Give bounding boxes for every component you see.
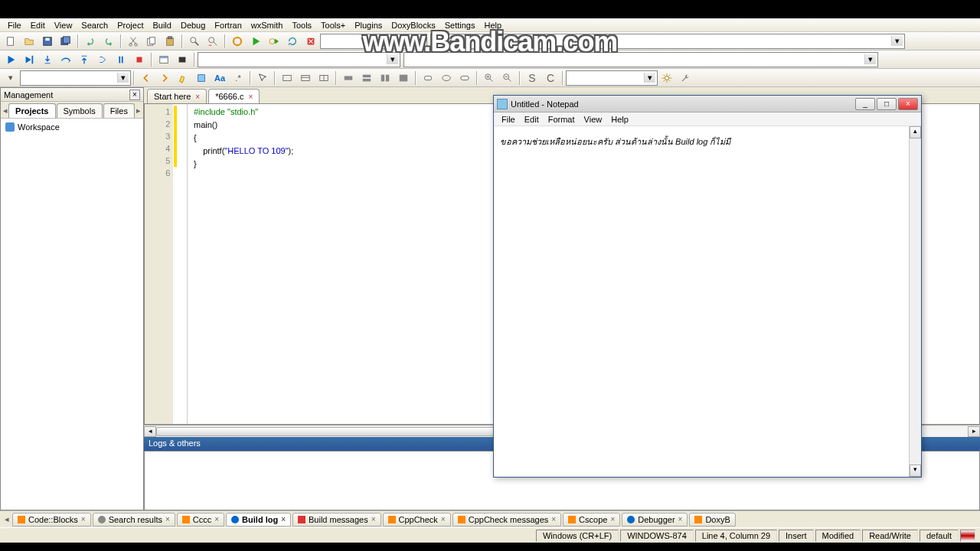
case-icon[interactable]: Aa [211,70,228,86]
tab-scroll-right-icon[interactable]: ▸ [136,105,142,117]
tool-combo[interactable]: ▾ [566,70,658,86]
menu-plugins[interactable]: Plugins [350,19,387,31]
np-menu-help[interactable]: Help [606,113,633,126]
np-menu-file[interactable]: File [497,113,520,126]
np-menu-edit[interactable]: Edit [520,113,544,126]
close-icon[interactable]: × [214,515,219,523]
btab-debugger[interactable]: Debugger× [622,513,688,527]
stop-debug-icon[interactable] [131,52,148,67]
find-icon[interactable] [186,34,203,49]
block3-icon[interactable] [377,70,394,86]
shape1-icon[interactable] [420,70,436,86]
menu-build[interactable]: Build [148,19,175,31]
block4-icon[interactable] [395,70,412,86]
maximize-icon[interactable]: □ [877,98,897,110]
nav-fwd-icon[interactable] [156,70,173,86]
close-icon[interactable]: × [610,515,615,523]
menu-toolsplus[interactable]: Tools+ [316,19,350,31]
menu-tools[interactable]: Tools [287,19,316,31]
menu-file[interactable]: File [3,19,26,31]
btab-cscope[interactable]: Cscope× [563,513,620,527]
wrench-icon[interactable] [677,70,694,86]
np-menu-format[interactable]: Format [544,113,580,126]
tab-6666c[interactable]: *6666.c × [208,89,260,103]
project-tree[interactable]: Workspace [1,119,143,510]
close-icon[interactable]: × [678,515,683,523]
scroll-left-icon[interactable]: ◂ [144,426,156,437]
info-icon[interactable] [174,52,191,67]
next-instr-icon[interactable] [94,52,111,67]
highlight-icon[interactable] [175,70,191,86]
menu-help[interactable]: Help [479,19,506,31]
menu-wxsmith[interactable]: wxSmith [247,19,288,31]
debug-start-icon[interactable] [2,52,19,67]
close-icon[interactable]: × [281,515,286,523]
close-icon[interactable]: × [551,515,556,523]
nav-back-icon[interactable] [138,70,155,86]
c-letter-icon[interactable]: C [542,70,559,86]
np-menu-view[interactable]: View [580,113,607,126]
rect1-icon[interactable] [279,70,296,86]
tab-symbols[interactable]: Symbols [57,103,103,118]
zoom-out-icon[interactable] [499,70,516,86]
close-icon[interactable]: × [371,515,376,523]
close-icon[interactable]: × [81,515,86,523]
regex-icon[interactable]: .* [230,70,247,86]
shape2-icon[interactable] [438,70,455,86]
scroll-up-icon[interactable]: ▴ [910,126,921,139]
tab-start-here[interactable]: Start here × [147,89,207,103]
btab-buildmsg[interactable]: Build messages× [292,513,381,527]
lang-flag-icon[interactable] [960,530,975,542]
gear-icon[interactable] [658,70,675,86]
shape3-icon[interactable] [456,70,473,86]
pointer-icon[interactable] [254,70,271,86]
tab-scroll-left-icon[interactable]: ◂ [2,105,8,117]
tab-files[interactable]: Files [103,103,135,118]
close-panel-icon[interactable]: × [129,90,140,100]
cut-icon[interactable] [125,34,142,49]
menu-edit[interactable]: Edit [26,19,50,31]
build-target-combo[interactable]: ▾ [320,34,427,49]
redo-icon[interactable] [100,34,117,49]
copy-icon[interactable] [143,34,160,49]
rect2-icon[interactable] [297,70,314,86]
open-file-icon[interactable] [21,34,38,49]
tab-projects[interactable]: Projects [8,103,55,118]
menu-debug[interactable]: Debug [176,19,210,31]
menu-fortran[interactable]: Fortran [210,19,246,31]
menu-view[interactable]: View [50,19,77,31]
btab-cppcheck[interactable]: CppCheck× [383,513,451,527]
run-icon[interactable] [247,34,264,49]
scroll-right-icon[interactable]: ▸ [968,426,980,437]
zoom-in-icon[interactable] [481,70,498,86]
dropdown-icon[interactable]: ▾ [2,70,19,86]
rebuild-icon[interactable] [284,34,301,49]
btab-buildlog[interactable]: Build log× [226,513,291,527]
debug-windows-icon[interactable] [155,52,172,67]
new-file-icon[interactable] [2,34,19,49]
block2-icon[interactable] [358,70,375,86]
block1-icon[interactable] [340,70,357,86]
btab-scroll-left-icon[interactable]: ◂ [2,514,12,526]
s-letter-icon[interactable]: S [524,70,541,86]
notepad-textarea[interactable]: ขอความช่วยเหลือหน่อยนะครับ ส่วนด้านล่างน… [494,126,921,463]
minimize-icon[interactable]: _ [855,98,875,110]
scroll-down-icon[interactable]: ▾ [910,465,921,477]
build-run-icon[interactable] [266,34,283,49]
break-icon[interactable] [113,52,129,67]
search-combo[interactable]: ▾ [430,34,905,49]
notepad-titlebar[interactable]: Untitled - Notepad _ □ × [494,96,921,112]
close-icon[interactable]: × [441,515,446,523]
close-tab-icon[interactable]: × [195,93,200,101]
menu-settings[interactable]: Settings [440,19,480,31]
replace-icon[interactable] [204,34,221,49]
small-combo[interactable]: ▾ [20,70,131,86]
bookmark-icon[interactable] [193,70,210,86]
abort-icon[interactable] [302,34,319,49]
menu-search[interactable]: Search [77,19,113,31]
step-out-icon[interactable] [76,52,93,67]
paste-icon[interactable] [162,34,178,49]
undo-icon[interactable] [82,34,99,49]
notepad-window[interactable]: Untitled - Notepad _ □ × File Edit Forma… [493,95,922,478]
btab-doxyb[interactable]: DoxyB [689,513,735,527]
